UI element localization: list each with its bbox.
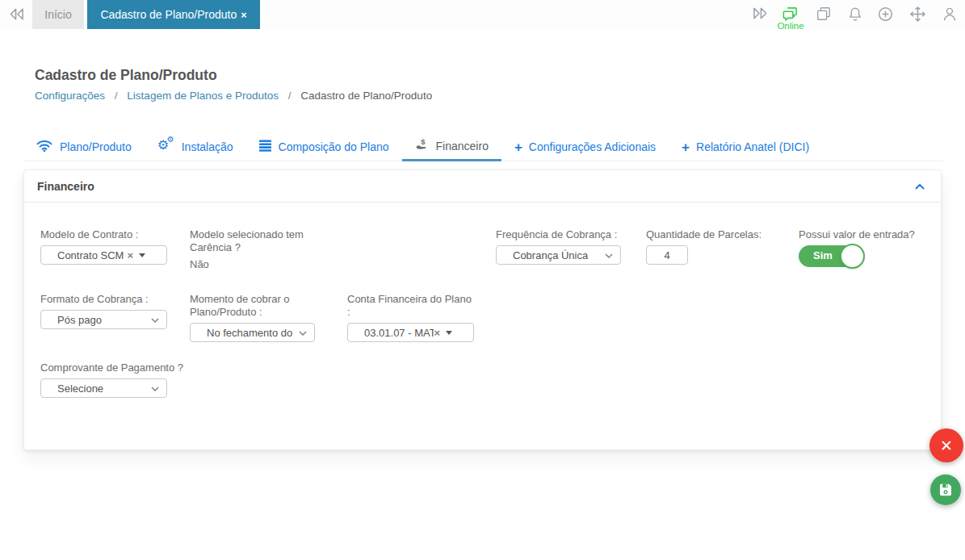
- valor-entrada-toggle[interactable]: Sim: [799, 245, 863, 267]
- list-lines-icon: [259, 140, 272, 154]
- toggle-knob: [840, 244, 865, 269]
- breadcrumb-configuracoes[interactable]: Configurações: [35, 90, 105, 102]
- breadcrumb-separator: /: [115, 90, 118, 102]
- tab-plano-produto[interactable]: Plano/Produto: [23, 132, 145, 161]
- field-modelo-contrato: Modelo de Contrato : Contrato SCM ×: [40, 228, 167, 265]
- breadcrumb-separator: /: [288, 90, 292, 102]
- window-tab-inicio[interactable]: Início: [32, 0, 84, 29]
- close-tab-icon[interactable]: ×: [241, 10, 246, 21]
- toggle-label: Sim: [813, 245, 833, 266]
- double-chevron-right-icon: [751, 10, 770, 23]
- field-label: Comprovante de Pagamento ?: [40, 361, 187, 374]
- field-label: Possui valor de entrada?: [799, 228, 936, 241]
- dropdown-caret-icon: [446, 331, 452, 335]
- page-title: Cadastro de Plano/Produto: [35, 67, 217, 84]
- field-label: Modelo de Contrato :: [40, 228, 167, 241]
- chevron-down-icon: [151, 387, 159, 391]
- person-icon: [942, 11, 958, 25]
- field-label: Momento de cobrar o Plano/Produto :: [190, 293, 321, 319]
- plus-icon: +: [682, 140, 690, 154]
- plus-icon: +: [514, 140, 522, 154]
- clear-selection-icon[interactable]: ×: [434, 327, 440, 339]
- momento-cobrar-select[interactable]: No fechamento do Fa: [190, 323, 315, 342]
- plus-circle-icon: [877, 11, 894, 25]
- clear-selection-icon[interactable]: ×: [127, 249, 133, 261]
- field-formato-cobranca: Formato de Cobrança : Pós pago: [40, 293, 167, 329]
- quick-add-button[interactable]: [877, 6, 894, 23]
- selected-value: Cobrança Única: [513, 249, 599, 261]
- tab-instalacao[interactable]: ⚙⚙ Instalação: [145, 132, 246, 161]
- move-arrows-icon: [909, 11, 926, 25]
- panel-title: Financeiro: [37, 180, 94, 193]
- copy-windows-button[interactable]: [816, 6, 832, 22]
- chevron-down-icon: [299, 331, 307, 336]
- tab-label: Configurações Adicionais: [529, 140, 656, 153]
- field-frequencia-cobranca: Frequência de Cobrança : Cobrança Única: [496, 228, 621, 265]
- tab-configuracoes-adicionais[interactable]: + Configurações Adicionais: [501, 132, 669, 161]
- form-tab-bar: Plano/Produto ⚙⚙ Instalação Composição d…: [23, 132, 943, 161]
- breadcrumb-listagem[interactable]: Listagem de Planos e Produtos: [127, 90, 279, 102]
- formato-cobranca-select[interactable]: Pós pago: [40, 310, 167, 329]
- selected-value: Selecione: [57, 382, 145, 395]
- notifications-button[interactable]: [847, 6, 863, 23]
- comprovante-pagamento-select[interactable]: Selecione: [40, 378, 167, 398]
- field-label: Conta Financeira do Plano :: [347, 293, 474, 319]
- window-tab-cadastro[interactable]: Cadastro de Plano/Produto ×: [87, 0, 260, 29]
- window-tab-cadastro-label: Cadastro de Plano/Produto: [100, 8, 237, 21]
- collapse-panel-button[interactable]: [912, 180, 928, 193]
- tab-label: Instalação: [182, 140, 233, 153]
- selected-value: Contrato SCM: [57, 249, 127, 261]
- field-label: Modelo selecionado tem Carência ?: [190, 228, 325, 254]
- selected-value: 03.01.07 - MATERIA...: [364, 327, 434, 339]
- tab-financeiro[interactable]: $ Financeiro: [402, 132, 501, 161]
- modelo-contrato-select[interactable]: Contrato SCM ×: [40, 245, 167, 265]
- selected-value: No fechamento do Fa: [207, 327, 293, 339]
- bell-icon: [847, 11, 863, 25]
- fast-forward-tabs-button[interactable]: [751, 6, 770, 21]
- tab-label: Financeiro: [436, 140, 489, 153]
- save-floppy-icon: [938, 482, 954, 498]
- cancel-button[interactable]: ✕: [929, 428, 963, 462]
- carencia-value: Não: [190, 258, 325, 270]
- window-tab-inicio-label: Início: [44, 8, 71, 21]
- topbar: Início Cadastro de Plano/Produto × Onlin…: [0, 0, 965, 29]
- app-window: Início Cadastro de Plano/Produto × Onlin…: [0, 0, 965, 560]
- field-momento-cobrar: Momento de cobrar o Plano/Produto : No f…: [190, 293, 321, 342]
- copy-icon: [816, 10, 832, 24]
- field-quantidade-parcelas: Quantidade de Parcelas:: [646, 228, 775, 265]
- quantidade-parcelas-input[interactable]: [646, 245, 688, 265]
- field-comprovante-pagamento: Comprovante de Pagamento ? Selecione: [40, 361, 187, 398]
- chevron-up-icon: [915, 178, 925, 192]
- chevron-down-icon: [151, 318, 159, 323]
- save-button[interactable]: [930, 474, 961, 505]
- close-x-icon: ✕: [940, 437, 953, 455]
- tab-relatorio-anatel[interactable]: + Relatório Anatel (DICI): [669, 132, 822, 161]
- tab-composicao-plano[interactable]: Composição do Plano: [246, 132, 402, 161]
- hand-money-icon: $: [415, 137, 430, 154]
- field-label: Formato de Cobrança :: [40, 293, 167, 306]
- collapse-tabs-button[interactable]: [7, 6, 26, 25]
- breadcrumb-current: Cadastro de Plano/Produto: [300, 90, 432, 102]
- chat-button[interactable]: [781, 6, 799, 23]
- gears-icon: ⚙⚙: [157, 139, 175, 155]
- conta-financeira-select[interactable]: 03.01.07 - MATERIA... ×: [347, 323, 474, 342]
- frequencia-cobranca-select[interactable]: Cobrança Única: [496, 245, 621, 265]
- user-account-button[interactable]: [942, 6, 958, 23]
- field-label: Quantidade de Parcelas:: [646, 228, 775, 241]
- financeiro-panel-header: Financeiro: [24, 170, 941, 203]
- field-conta-financeira: Conta Financeira do Plano : 03.01.07 - M…: [347, 293, 474, 342]
- chevron-down-icon: [605, 253, 613, 258]
- tab-label: Relatório Anatel (DICI): [696, 140, 809, 153]
- field-carencia-info: Modelo selecionado tem Carência ? Não: [190, 228, 325, 270]
- financeiro-panel: Financeiro Modelo de Contrato : Contrato…: [23, 169, 942, 450]
- online-status-label: Online: [770, 21, 812, 31]
- double-chevron-left-icon: [7, 10, 26, 24]
- selected-value: Pós pago: [57, 314, 145, 326]
- field-valor-entrada: Possui valor de entrada? Sim: [799, 228, 936, 267]
- field-label: Frequência de Cobrança :: [496, 228, 621, 241]
- wifi-icon: [36, 139, 53, 155]
- dropdown-caret-icon: [139, 253, 145, 257]
- breadcrumb: Configurações / Listagem de Planos e Pro…: [35, 90, 432, 102]
- move-resize-button[interactable]: [909, 6, 926, 23]
- tab-label: Plano/Produto: [60, 140, 132, 153]
